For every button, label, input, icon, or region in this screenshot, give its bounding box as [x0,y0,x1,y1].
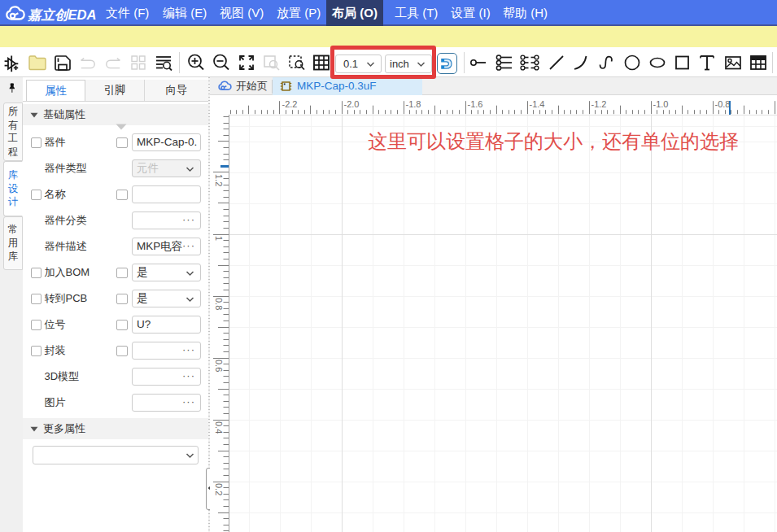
svg-text:-1.0: -1.0 [653,99,669,109]
svg-text:0.4: 0.4 [214,421,224,434]
svg-text:-2.0: -2.0 [344,99,360,109]
svg-text:0.6: 0.6 [214,360,224,372]
svg-text:-1.4: -1.4 [530,99,545,109]
svg-text:1.2: 1.2 [214,174,224,186]
svg-text:-2.2: -2.2 [282,99,298,109]
svg-text:-1.8: -1.8 [406,99,421,109]
svg-text:1: 1 [214,236,224,241]
svg-text:0.2: 0.2 [214,483,224,495]
svg-text:0.8: 0.8 [214,298,224,310]
svg-text:-1.2: -1.2 [591,99,607,109]
svg-text:-1.6: -1.6 [468,99,483,109]
